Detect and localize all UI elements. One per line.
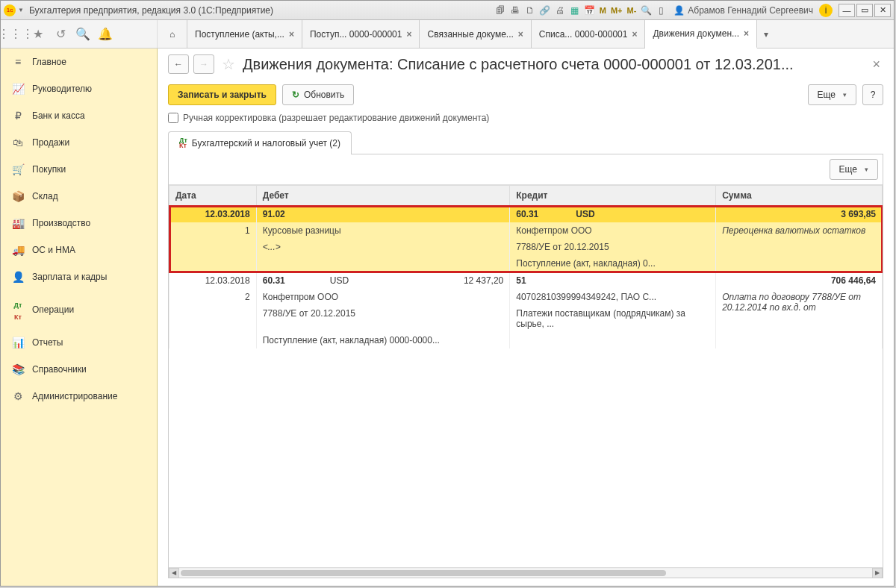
tool-print-icon[interactable]: 🗐	[494, 4, 507, 17]
bag-icon: 🛍	[11, 137, 25, 148]
apps-icon[interactable]: ⋮⋮⋮	[8, 27, 23, 42]
sidebar-item-main[interactable]: ≡Главное	[1, 49, 157, 75]
tabs-dropdown[interactable]: ▾	[757, 20, 775, 48]
bell-icon[interactable]: 🔔	[98, 27, 113, 42]
tab-2[interactable]: Связанные докуме...×	[420, 20, 531, 48]
tool-info-icon[interactable]: i	[819, 4, 833, 17]
tool-m[interactable]: M	[598, 4, 608, 17]
main-toolbar: ⋮⋮⋮ ★ ↺ 🔍 🔔 ⌂ Поступление (акты,...× Пос…	[1, 20, 894, 49]
favorite-toggle[interactable]: ☆	[222, 55, 235, 73]
factory-icon: 🏭	[11, 217, 25, 229]
refresh-button[interactable]: Обновить	[282, 84, 354, 105]
maximize-button[interactable]: ▭	[856, 4, 873, 17]
body: ≡Главное 📈Руководителю ₽Банк и касса 🛍Пр…	[1, 49, 894, 586]
sidebar-item-assets[interactable]: 🚚ОС и НМА	[1, 237, 157, 263]
tool-calendar-icon[interactable]: ▦	[568, 4, 582, 17]
col-date[interactable]: Дата	[169, 186, 257, 206]
chart-icon: 📈	[11, 83, 25, 95]
manual-edit-row: Ручная корректировка (разрешает редактир…	[168, 113, 883, 123]
sidebar-item-bank[interactable]: ₽Банк и касса	[1, 102, 157, 129]
nav-row: ← → ☆ Движения документа: Списание с рас…	[168, 54, 883, 74]
more-button[interactable]: Еще	[808, 84, 856, 105]
app-menu-dropdown[interactable]: ▼	[17, 4, 25, 16]
sidebar-item-operations[interactable]: ДтКтОперации	[1, 290, 157, 329]
table-more-button[interactable]: Еще	[830, 159, 878, 180]
sidebar-item-warehouse[interactable]: 📦Склад	[1, 183, 157, 210]
sidebar-item-refs[interactable]: 📚Справочники	[1, 356, 157, 383]
sidebar: ≡Главное 📈Руководителю ₽Банк и касса 🛍Пр…	[1, 49, 158, 586]
sidebar-item-purchases[interactable]: 🛒Покупки	[1, 156, 157, 183]
tool-m-plus[interactable]: M+	[609, 4, 624, 17]
tool-panel-icon[interactable]: ▯	[654, 4, 668, 17]
sidebar-item-sales[interactable]: 🛍Продажи	[1, 129, 157, 156]
grid[interactable]: Дата Дебет Кредит Сумма 12.03.2018 91.02…	[169, 184, 883, 567]
horizontal-scrollbar[interactable]: ◀ ▶	[169, 567, 883, 578]
table-container: Еще Дата Дебет Кредит Сумма	[168, 154, 883, 578]
nav-forward-button[interactable]: →	[193, 54, 214, 74]
tab-home[interactable]: ⌂	[158, 20, 187, 48]
bars-icon: 📊	[11, 337, 25, 348]
tab-4[interactable]: Движения докумен...×	[645, 20, 757, 49]
books-icon: 📚	[11, 363, 25, 375]
tab-close-icon[interactable]: ×	[744, 28, 749, 39]
tool-print2-icon[interactable]: 🖶	[508, 4, 522, 17]
posting-1-group[interactable]: 12.03.2018 91.02 60.31USD 3 693,85 1 Кур…	[169, 206, 883, 272]
tab-close-icon[interactable]: ×	[632, 29, 637, 40]
sidebar-item-hr[interactable]: 👤Зарплата и кадры	[1, 263, 157, 290]
current-user[interactable]: 👤 Абрамов Геннадий Сергеевич	[669, 5, 818, 16]
tab-1[interactable]: Поступ... 0000-000001×	[302, 20, 420, 48]
tab-close-icon[interactable]: ×	[518, 29, 523, 40]
table-header-row: Дата Дебет Кредит Сумма	[169, 186, 883, 206]
titlebar-tools: 🗐 🖶 🗋 🔗 🖨 ▦ 📅 M M+ M- 🔍 ▯ 👤 Абрамов Генн…	[494, 4, 891, 17]
ruble-icon: ₽	[11, 110, 25, 122]
titlebar: 1c ▼ Бухгалтерия предприятия, редакция 3…	[1, 1, 894, 20]
tab-0[interactable]: Поступление (акты,...×	[187, 20, 302, 48]
tab-3[interactable]: Списа... 0000-000001×	[532, 20, 646, 48]
scroll-track[interactable]	[179, 569, 872, 577]
history-icon[interactable]: ↺	[53, 27, 68, 42]
tool-link-icon[interactable]: 🔗	[538, 4, 552, 17]
help-button[interactable]: ?	[862, 84, 883, 105]
sidebar-item-production[interactable]: 🏭Производство	[1, 210, 157, 237]
action-row: Записать и закрыть Обновить Еще ?	[168, 84, 883, 105]
posting-2-group[interactable]: 12.03.2018 60.31USD12 437,20 51 706 446,…	[169, 272, 883, 349]
sidebar-item-manager[interactable]: 📈Руководителю	[1, 75, 157, 102]
save-close-button[interactable]: Записать и закрыть	[168, 84, 276, 105]
dtkt-icon: ДтКт	[179, 138, 187, 148]
sidebar-item-reports[interactable]: 📊Отчеты	[1, 329, 157, 356]
refresh-icon	[292, 90, 299, 100]
tool-export-icon[interactable]: 🖨	[553, 4, 567, 17]
tab-close-icon[interactable]: ×	[289, 29, 294, 40]
subtab-accounting[interactable]: ДтКт Бухгалтерский и налоговый учет (2)	[168, 131, 352, 154]
close-button[interactable]: ✕	[874, 4, 891, 17]
col-debit[interactable]: Дебет	[256, 186, 510, 206]
tool-date-icon[interactable]: 📅	[583, 4, 597, 17]
posting-2-line1: 2 Конфетпром ООО 40702810399994349242, П…	[169, 289, 883, 305]
cart-icon: 🛒	[11, 163, 25, 175]
app-window: 1c ▼ Бухгалтерия предприятия, редакция 3…	[0, 0, 895, 587]
home-icon: ⌂	[169, 29, 175, 40]
scroll-left-icon[interactable]: ◀	[169, 568, 179, 578]
tool-zoom-icon[interactable]: 🔍	[639, 4, 653, 17]
col-credit[interactable]: Кредит	[510, 186, 716, 206]
search-icon[interactable]: 🔍	[75, 27, 90, 42]
dtkt-icon: ДтКт	[11, 298, 25, 322]
manual-edit-checkbox[interactable]	[168, 113, 178, 123]
table-toolbar: Еще	[169, 154, 883, 184]
tab-close-icon[interactable]: ×	[406, 29, 411, 40]
favorite-icon[interactable]: ★	[31, 27, 46, 42]
scroll-right-icon[interactable]: ▶	[872, 568, 883, 578]
posting-2-head: 12.03.2018 60.31USD12 437,20 51 706 446,…	[169, 272, 883, 290]
scroll-thumb[interactable]	[181, 570, 666, 576]
app-icon: 1c	[4, 4, 16, 16]
nav-back-button[interactable]: ←	[168, 54, 189, 74]
col-sum[interactable]: Сумма	[716, 186, 883, 206]
tab-strip: ⌂ Поступление (акты,...× Поступ... 0000-…	[158, 20, 894, 48]
sidebar-item-admin[interactable]: ⚙Администрирование	[1, 383, 157, 410]
page-close-button[interactable]: ×	[869, 57, 883, 72]
tool-copy-icon[interactable]: 🗋	[523, 4, 537, 17]
window-title: Бухгалтерия предприятия, редакция 3.0 (1…	[29, 5, 273, 16]
subtabs: ДтКт Бухгалтерский и налоговый учет (2)	[168, 131, 883, 154]
tool-m-minus[interactable]: M-	[625, 4, 638, 17]
minimize-button[interactable]: —	[839, 4, 855, 17]
